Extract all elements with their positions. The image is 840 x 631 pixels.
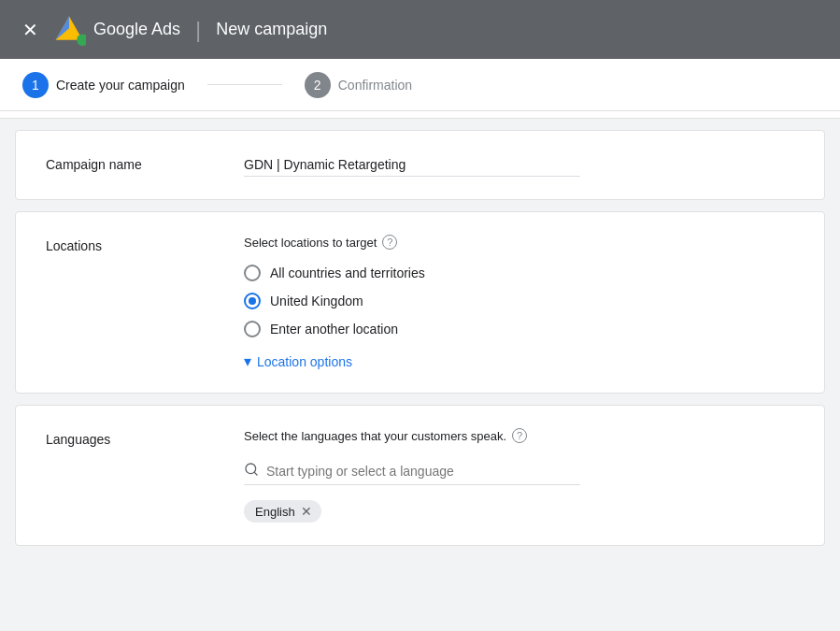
locations-card: Locations Select locations to target ? A… (15, 211, 825, 394)
languages-row: Languages Select the languages that your… (46, 428, 794, 523)
scroll-top-indicator (0, 111, 840, 119)
location-options-link[interactable]: ▾ Location options (244, 352, 794, 370)
location-uk-label: United Kingdom (270, 294, 363, 308)
locations-subtitle: Select locations to target ? (244, 235, 794, 250)
location-all-label: All countries and territories (270, 265, 425, 280)
locations-row: Locations Select locations to target ? A… (46, 235, 794, 370)
language-search-box (244, 458, 580, 485)
step-2-label: Confirmation (338, 78, 412, 93)
app-name-label: Google Ads (93, 20, 180, 39)
campaign-name-content (244, 153, 794, 177)
location-radio-all[interactable] (244, 265, 261, 281)
stepper: 1 Create your campaign 2 Confirmation (0, 59, 840, 111)
languages-label: Languages (46, 428, 214, 447)
step-1-circle: 1 (22, 72, 49, 98)
step-2-circle: 2 (305, 72, 331, 98)
languages-content: Select the languages that your customers… (244, 428, 794, 523)
location-other-label: Enter another location (270, 322, 398, 337)
campaign-name-row: Campaign name (46, 153, 794, 177)
location-option-other[interactable]: Enter another location (244, 321, 794, 337)
location-options-text: Location options (257, 354, 352, 369)
close-button[interactable]: ✕ (19, 19, 41, 41)
step-2: 2 Confirmation (305, 72, 412, 98)
locations-help-icon[interactable]: ? (382, 235, 397, 250)
svg-line-4 (254, 472, 257, 475)
locations-label: Locations (46, 235, 214, 253)
app-logo: Google Ads (52, 13, 180, 47)
languages-subtitle: Select the languages that your customers… (244, 428, 794, 443)
selected-language-tag: English ✕ (244, 500, 321, 523)
languages-help-icon[interactable]: ? (512, 428, 527, 443)
location-radio-other[interactable] (244, 321, 261, 337)
app-header: ✕ Google Ads | New campaign (0, 0, 840, 59)
step-1: 1 Create your campaign (22, 72, 185, 98)
google-ads-logo-icon (52, 13, 86, 47)
header-divider: | (195, 17, 201, 43)
location-radio-group: All countries and territories United Kin… (244, 265, 794, 337)
step-1-label: Create your campaign (56, 78, 185, 93)
locations-content: Select locations to target ? All countri… (244, 235, 794, 370)
page-title: New campaign (216, 20, 327, 39)
step-connector (207, 84, 282, 85)
campaign-name-card: Campaign name (15, 130, 825, 200)
language-tag-remove-button[interactable]: ✕ (301, 504, 312, 519)
language-tag-text: English (255, 505, 295, 519)
languages-card: Languages Select the languages that your… (15, 405, 825, 546)
campaign-name-input[interactable] (244, 153, 580, 177)
campaign-name-label: Campaign name (46, 153, 214, 172)
chevron-down-icon: ▾ (244, 352, 251, 370)
location-option-uk[interactable]: United Kingdom (244, 293, 794, 309)
search-icon (244, 462, 259, 480)
location-radio-uk[interactable] (244, 293, 261, 309)
language-search-input[interactable] (266, 464, 580, 479)
location-option-all[interactable]: All countries and territories (244, 265, 794, 281)
